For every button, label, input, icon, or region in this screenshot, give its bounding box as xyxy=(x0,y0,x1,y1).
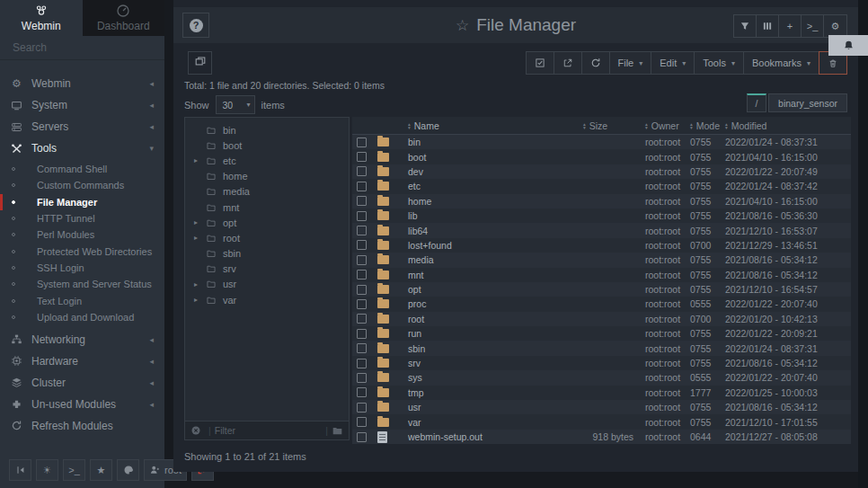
columns-button[interactable] xyxy=(757,15,779,37)
select-view-button[interactable] xyxy=(188,51,212,75)
notifications-tab[interactable] xyxy=(828,35,868,56)
terminal-button[interactable]: >_ xyxy=(802,15,824,37)
table-row-media[interactable]: mediaroot:root07552021/08/16 - 05:34:12 xyxy=(352,253,851,267)
sidebar-item-text-login[interactable]: Text Login xyxy=(0,292,164,308)
file-name[interactable]: boot xyxy=(408,152,583,163)
file-name[interactable]: root xyxy=(408,314,583,324)
file-name[interactable]: etc xyxy=(408,181,583,191)
row-checkbox[interactable] xyxy=(357,387,367,397)
row-checkbox[interactable] xyxy=(357,270,367,279)
plus-button[interactable]: + xyxy=(779,15,802,37)
file-name[interactable]: sbin xyxy=(408,343,583,354)
row-checkbox[interactable] xyxy=(357,432,367,442)
file-name[interactable]: media xyxy=(408,254,583,265)
sidebar-item-file-manager[interactable]: File Manager xyxy=(0,194,164,210)
sun-button[interactable]: ☀ xyxy=(36,459,58,481)
refresh-button[interactable] xyxy=(582,52,610,74)
table-row-home[interactable]: homeroot:root07552021/04/10 - 16:15:00 xyxy=(352,194,851,209)
menu-file[interactable]: File▾ xyxy=(610,52,652,74)
tab-dashboard[interactable]: Dashboard xyxy=(83,0,165,36)
expand-caret-icon[interactable]: ▸ xyxy=(194,296,206,304)
file-name[interactable]: sys xyxy=(408,372,583,383)
file-name[interactable]: lost+found xyxy=(408,240,583,251)
tree-node-root[interactable]: ▸root xyxy=(185,230,349,245)
sidebar-item-custom-commands[interactable]: Custom Commands xyxy=(0,177,164,193)
sidebar-item-perl-modules[interactable]: Perl Modules xyxy=(0,226,164,243)
sidebar-item-refresh-modules[interactable]: Refresh Modules xyxy=(0,415,164,437)
row-checkbox[interactable] xyxy=(357,240,367,250)
sidebar-item-protected-web-directories[interactable]: Protected Web Directories xyxy=(0,243,164,259)
sidebar-item-webmin[interactable]: ⚙Webmin◂ xyxy=(0,73,164,94)
row-checkbox[interactable] xyxy=(357,314,367,324)
sidebar-item-ssh-login[interactable]: SSH Login xyxy=(0,260,164,276)
row-checkbox[interactable] xyxy=(357,329,367,339)
table-row-etc[interactable]: etcroot:root07552022/01/24 - 08:37:42 xyxy=(352,179,851,193)
file-name[interactable]: var xyxy=(408,417,583,428)
sidebar-item-upload-and-download[interactable]: Upload and Download xyxy=(0,309,164,325)
sidebar-item-command-shell[interactable]: Command Shell xyxy=(0,161,164,177)
table-row-lib[interactable]: libroot:root07552021/08/16 - 05:36:30 xyxy=(352,209,851,223)
row-checkbox[interactable] xyxy=(357,343,367,353)
sidebar-item-cluster[interactable]: Cluster◂ xyxy=(0,372,164,394)
row-checkbox[interactable] xyxy=(357,299,367,309)
column-header-modified[interactable]: ▴▾Modified xyxy=(714,120,851,131)
row-checkbox[interactable] xyxy=(357,417,367,427)
folder-filter-icon[interactable] xyxy=(332,426,343,436)
expand-caret-icon[interactable]: ▸ xyxy=(194,234,206,242)
file-name[interactable]: dev xyxy=(408,166,583,177)
table-row-root[interactable]: rootroot:root07002022/01/20 - 10:42:13 xyxy=(352,312,851,326)
table-row-bin[interactable]: binroot:root07552022/01/24 - 08:37:31 xyxy=(352,135,851,149)
table-row-lost-found[interactable]: lost+foundroot:root07002021/12/29 - 13:4… xyxy=(352,238,851,253)
tree-node-sbin[interactable]: sbin xyxy=(185,246,349,262)
table-row-opt[interactable]: optroot:root07552021/12/10 - 16:54:57 xyxy=(352,282,851,297)
favorite-star-icon[interactable]: ☆ xyxy=(456,16,469,35)
tree-node-bin[interactable]: bin xyxy=(185,122,349,138)
table-row-mnt[interactable]: mntroot:root07552021/08/16 - 05:34:12 xyxy=(352,268,851,282)
sidebar-item-un-used-modules[interactable]: Un-used Modules◂ xyxy=(0,394,164,415)
table-row-boot[interactable]: bootroot:root07552021/04/10 - 16:15:00 xyxy=(352,149,851,164)
sidebar-item-http-tunnel[interactable]: HTTP Tunnel xyxy=(0,210,164,226)
table-row-dev[interactable]: devroot:root07552022/01/22 - 20:07:49 xyxy=(352,164,851,179)
table-row-sbin[interactable]: sbinroot:root07552022/01/24 - 08:37:31 xyxy=(352,341,851,355)
table-row-lib64[interactable]: lib64root:root07552021/12/10 - 16:53:07 xyxy=(352,223,851,237)
sidebar-item-networking[interactable]: Networking◂ xyxy=(0,329,164,350)
file-name[interactable]: run xyxy=(408,328,583,339)
search-input[interactable] xyxy=(11,40,154,55)
sidebar-item-system[interactable]: System◂ xyxy=(0,94,164,116)
file-name[interactable]: bin xyxy=(408,137,583,147)
tree-node-home[interactable]: home xyxy=(185,169,349,184)
star-button[interactable]: ★ xyxy=(90,459,112,481)
column-header-owner[interactable]: ▴▾Owner xyxy=(637,120,678,131)
row-checkbox[interactable] xyxy=(357,196,367,206)
row-checkbox[interactable] xyxy=(357,182,367,191)
file-name[interactable]: lib64 xyxy=(408,226,583,236)
share-button[interactable] xyxy=(554,52,582,74)
clear-filter-icon[interactable] xyxy=(190,425,201,436)
table-row-srv[interactable]: srvroot:root07552021/08/16 - 05:34:12 xyxy=(352,356,851,370)
path-host-button[interactable]: binary_sensor xyxy=(768,93,847,112)
file-name[interactable]: mnt xyxy=(408,270,583,280)
tree-node-media[interactable]: media xyxy=(185,184,349,200)
tree-node-etc[interactable]: ▸etc xyxy=(185,153,349,168)
collapse-button[interactable] xyxy=(9,459,31,481)
file-name[interactable]: tmp xyxy=(408,387,583,398)
funnel-button[interactable] xyxy=(734,15,757,37)
row-checkbox[interactable] xyxy=(357,166,367,176)
tree-node-boot[interactable]: boot xyxy=(185,138,349,153)
sidebar-item-tools[interactable]: Tools▾ xyxy=(0,138,164,159)
file-name[interactable]: lib xyxy=(408,210,583,221)
help-button[interactable]: ? xyxy=(182,13,209,38)
tab-webmin[interactable]: Webmin xyxy=(0,0,83,36)
tree-node-var[interactable]: ▸var xyxy=(185,292,349,307)
row-checkbox[interactable] xyxy=(357,403,367,413)
column-header-size[interactable]: ▴▾Size xyxy=(583,120,637,131)
table-row-usr[interactable]: usrroot:root07552021/08/16 - 05:34:12 xyxy=(352,400,851,414)
row-checkbox[interactable] xyxy=(357,211,367,221)
row-checkbox[interactable] xyxy=(357,285,367,295)
row-checkbox[interactable] xyxy=(357,152,367,162)
check-square-button[interactable] xyxy=(527,52,554,74)
row-checkbox[interactable] xyxy=(357,373,367,383)
terminal-button[interactable]: >_ xyxy=(63,459,85,481)
file-name[interactable]: home xyxy=(408,196,583,207)
menu-tools[interactable]: Tools▾ xyxy=(695,52,744,74)
